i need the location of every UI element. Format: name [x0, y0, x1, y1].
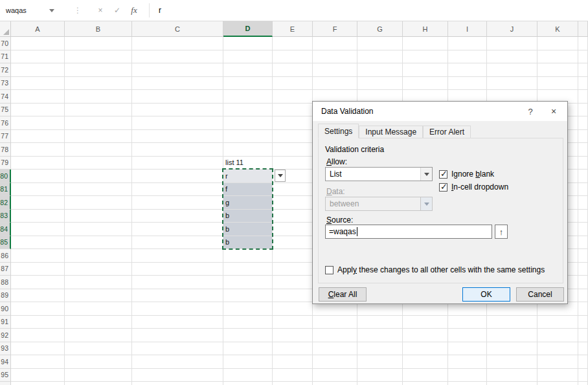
cell-B96[interactable]: [65, 382, 132, 385]
cell-E75[interactable]: [273, 104, 313, 117]
row-header-88[interactable]: 88: [0, 276, 11, 289]
cell-C91[interactable]: [132, 316, 223, 329]
ok-button[interactable]: OK: [462, 287, 510, 302]
cell-H91[interactable]: [403, 316, 448, 329]
cell-I94[interactable]: [448, 355, 487, 369]
cell-A76[interactable]: [11, 116, 65, 130]
cell-K95[interactable]: [537, 369, 578, 382]
cell-D93[interactable]: [223, 342, 273, 356]
cell-D89[interactable]: [223, 289, 273, 303]
cell-D92[interactable]: [223, 329, 273, 342]
cell-E88[interactable]: [273, 276, 313, 289]
cell-H92[interactable]: [403, 329, 448, 342]
column-header-B[interactable]: B: [65, 21, 132, 37]
cell-D85[interactable]: b: [223, 236, 273, 250]
cell-J73[interactable]: [487, 77, 537, 91]
row-header-92[interactable]: 92: [0, 329, 11, 342]
cell-K71[interactable]: [537, 50, 578, 64]
cell-B88[interactable]: [65, 276, 132, 289]
cell-A83[interactable]: [11, 210, 65, 223]
cell-J90[interactable]: [487, 302, 537, 316]
cell-J93[interactable]: [487, 342, 537, 356]
cell-H96[interactable]: [403, 382, 448, 385]
cell-E91[interactable]: [273, 316, 313, 329]
cell-E71[interactable]: [273, 50, 313, 64]
cell-B87[interactable]: [65, 263, 132, 276]
cell-E85[interactable]: [273, 236, 313, 250]
cell-F93[interactable]: [313, 342, 357, 356]
cell-A74[interactable]: [11, 90, 65, 104]
cell-J91[interactable]: [487, 316, 537, 329]
cell-A87[interactable]: [11, 263, 65, 276]
cell-B77[interactable]: [65, 130, 132, 144]
cell-A93[interactable]: [11, 342, 65, 356]
cell-F95[interactable]: [313, 369, 357, 382]
cell-B75[interactable]: [65, 104, 132, 117]
clear-all-button[interactable]: Clear All: [319, 287, 367, 302]
row-header-82[interactable]: 82: [0, 196, 11, 210]
row-header-84[interactable]: 84: [0, 223, 11, 236]
formula-input[interactable]: r: [150, 6, 588, 15]
cell-A72[interactable]: [11, 63, 65, 77]
row-header-89[interactable]: 89: [0, 289, 11, 303]
cell-A82[interactable]: [11, 196, 65, 210]
cell-I93[interactable]: [448, 342, 487, 356]
cell-H90[interactable]: [403, 302, 448, 316]
cell-D71[interactable]: [223, 50, 273, 64]
column-header-J[interactable]: J: [487, 21, 537, 37]
cell-B81[interactable]: [65, 183, 132, 197]
cell-C72[interactable]: [132, 63, 223, 77]
column-header-E[interactable]: E: [273, 21, 313, 37]
cell-D78[interactable]: [223, 143, 273, 157]
cell-E76[interactable]: [273, 116, 313, 130]
row-header-78[interactable]: 78: [0, 143, 11, 157]
cell-G71[interactable]: [357, 50, 403, 64]
cell-C73[interactable]: [132, 77, 223, 91]
cell-D88[interactable]: [223, 276, 273, 289]
cell-I96[interactable]: [448, 382, 487, 385]
cell-J70[interactable]: [487, 37, 537, 50]
column-header-K[interactable]: K: [537, 21, 578, 37]
cell-E78[interactable]: [273, 143, 313, 157]
cell-D77[interactable]: [223, 130, 273, 144]
cell-D79[interactable]: list 11: [223, 157, 273, 170]
cell-I91[interactable]: [448, 316, 487, 329]
column-header-A[interactable]: A: [11, 21, 65, 37]
insert-function-icon[interactable]: fx: [126, 5, 142, 16]
cell-A73[interactable]: [11, 77, 65, 91]
cell-A79[interactable]: [11, 157, 65, 170]
cell-F70[interactable]: [313, 37, 357, 50]
cell-A91[interactable]: [11, 316, 65, 329]
cell-D83[interactable]: b: [223, 210, 273, 223]
cell-C94[interactable]: [132, 355, 223, 369]
row-header-90[interactable]: 90: [0, 302, 11, 316]
cell-C76[interactable]: [132, 116, 223, 130]
cell-E93[interactable]: [273, 342, 313, 356]
cell-E74[interactable]: [273, 90, 313, 104]
cell-K93[interactable]: [537, 342, 578, 356]
cell-F90[interactable]: [313, 302, 357, 316]
cell-D74[interactable]: [223, 90, 273, 104]
cell-C75[interactable]: [132, 104, 223, 117]
cell-C96[interactable]: [132, 382, 223, 385]
cell-E77[interactable]: [273, 130, 313, 144]
cell-B92[interactable]: [65, 329, 132, 342]
tab-error-alert[interactable]: Error Alert: [423, 126, 471, 138]
column-header-H[interactable]: H: [403, 21, 448, 37]
cell-A70[interactable]: [11, 37, 65, 50]
cell-D80[interactable]: r: [223, 170, 273, 183]
row-header-81[interactable]: 81: [0, 183, 11, 197]
cell-D94[interactable]: [223, 355, 273, 369]
cell-H93[interactable]: [403, 342, 448, 356]
cell-D87[interactable]: [223, 263, 273, 276]
cell-E73[interactable]: [273, 77, 313, 91]
cell-E96[interactable]: [273, 382, 313, 385]
cell-A90[interactable]: [11, 302, 65, 316]
close-button[interactable]: ×: [543, 102, 565, 121]
cell-F71[interactable]: [313, 50, 357, 64]
cell-G96[interactable]: [357, 382, 403, 385]
name-box-dropdown-icon[interactable]: [49, 9, 54, 12]
row-header-80[interactable]: 80: [0, 170, 11, 183]
cell-B71[interactable]: [65, 50, 132, 64]
row-header-83[interactable]: 83: [0, 210, 11, 223]
